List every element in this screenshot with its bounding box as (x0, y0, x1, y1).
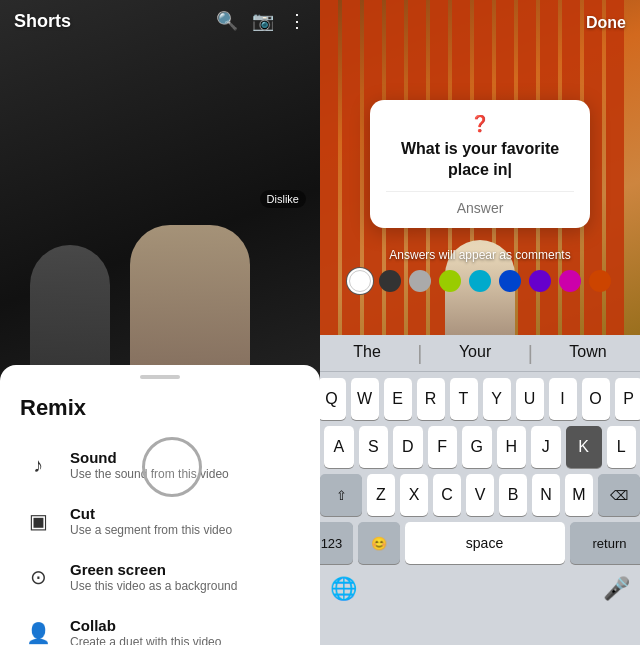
globe-icon[interactable]: 🌐 (330, 576, 357, 602)
key-f[interactable]: F (428, 426, 458, 468)
cut-icon: ▣ (20, 503, 56, 539)
key-v[interactable]: V (466, 474, 494, 516)
menu-item-greenscreen[interactable]: ⊙ Green screen Use this video as a backg… (0, 549, 320, 605)
key-e[interactable]: E (384, 378, 412, 420)
key-d[interactable]: D (393, 426, 423, 468)
left-panel: Shorts 🔍 📷 ⋮ Dislike Remix ♪ Sound Use t… (0, 0, 320, 645)
color-dot-3[interactable] (439, 270, 461, 292)
collab-sublabel: Create a duet with this video (70, 635, 221, 645)
color-dot-7[interactable] (559, 270, 581, 292)
cut-sublabel: Use a segment from this video (70, 523, 232, 537)
key-w[interactable]: W (351, 378, 379, 420)
key-k[interactable]: K (566, 426, 602, 468)
key-row-2: A S D F G H J K L (324, 426, 636, 468)
key-m[interactable]: M (565, 474, 593, 516)
drag-handle-circle[interactable] (142, 437, 202, 497)
key-i[interactable]: I (549, 378, 577, 420)
key-s[interactable]: S (359, 426, 389, 468)
numbers-key[interactable]: 123 (320, 522, 353, 564)
collab-text-group: Collab Create a duet with this video (70, 617, 221, 645)
more-icon[interactable]: ⋮ (288, 10, 306, 32)
color-picker-row (349, 270, 611, 292)
search-icon[interactable]: 🔍 (216, 10, 238, 32)
keyboard-area: The | Your | Town Q W E R T Y U I O P A (320, 335, 640, 645)
torii-gate-1 (320, 0, 338, 380)
sheet-handle (140, 375, 180, 379)
question-icon: ❓ (386, 114, 574, 133)
sheet-title: Remix (0, 395, 320, 437)
color-dot-0[interactable] (349, 270, 371, 292)
cut-text-group: Cut Use a segment from this video (70, 505, 232, 537)
question-text: What is your favorite place in| (386, 139, 574, 181)
greenscreen-text-group: Green screen Use this video as a backgro… (70, 561, 237, 593)
color-dot-6[interactable] (529, 270, 551, 292)
cut-label: Cut (70, 505, 232, 522)
backspace-key[interactable]: ⌫ (598, 474, 640, 516)
key-n[interactable]: N (532, 474, 560, 516)
right-panel: Done ❓ What is your favorite place in| A… (320, 0, 640, 645)
done-button[interactable]: Done (586, 14, 626, 32)
menu-item-collab[interactable]: 👤 Collab Create a duet with this video (0, 605, 320, 645)
color-dot-4[interactable] (469, 270, 491, 292)
key-g[interactable]: G (462, 426, 492, 468)
key-row-3: ⇧ Z X C V B N M ⌫ (324, 474, 636, 516)
key-b[interactable]: B (499, 474, 527, 516)
menu-item-cut[interactable]: ▣ Cut Use a segment from this video (0, 493, 320, 549)
autocomplete-your[interactable]: Your (449, 343, 501, 363)
color-dot-5[interactable] (499, 270, 521, 292)
divider-1: | (417, 343, 422, 363)
question-card: ❓ What is your favorite place in| (370, 100, 590, 228)
torii-gate-2 (342, 0, 360, 380)
return-key[interactable]: return (570, 522, 641, 564)
collab-label: Collab (70, 617, 221, 634)
key-row-4: 123 😊 space return (324, 522, 636, 564)
autocomplete-row: The | Your | Town (320, 335, 640, 372)
greenscreen-label: Green screen (70, 561, 237, 578)
key-z[interactable]: Z (367, 474, 395, 516)
key-x[interactable]: X (400, 474, 428, 516)
key-r[interactable]: R (417, 378, 445, 420)
key-y[interactable]: Y (483, 378, 511, 420)
answers-note: Answers will appear as comments (389, 248, 570, 262)
greenscreen-icon: ⊙ (20, 559, 56, 595)
autocomplete-town[interactable]: Town (559, 343, 616, 363)
key-l[interactable]: L (607, 426, 637, 468)
key-j[interactable]: J (531, 426, 561, 468)
color-dot-1[interactable] (379, 270, 401, 292)
collab-icon: 👤 (20, 615, 56, 645)
key-q[interactable]: Q (320, 378, 346, 420)
header-icons: 🔍 📷 ⋮ (216, 10, 306, 32)
color-dot-2[interactable] (409, 270, 431, 292)
key-h[interactable]: H (497, 426, 527, 468)
dislike-badge: Dislike (260, 190, 306, 208)
key-u[interactable]: U (516, 378, 544, 420)
emoji-key[interactable]: 😊 (358, 522, 400, 564)
remix-sheet: Remix ♪ Sound Use the sound from this vi… (0, 365, 320, 645)
shift-key[interactable]: ⇧ (320, 474, 362, 516)
sound-icon: ♪ (20, 447, 56, 483)
greenscreen-sublabel: Use this video as a background (70, 579, 237, 593)
key-p[interactable]: P (615, 378, 641, 420)
key-o[interactable]: O (582, 378, 610, 420)
color-dot-8[interactable] (589, 270, 611, 292)
autocomplete-the[interactable]: The (343, 343, 391, 363)
shorts-title: Shorts (14, 11, 71, 32)
mic-icon[interactable]: 🎤 (603, 576, 630, 602)
space-key[interactable]: space (405, 522, 565, 564)
key-a[interactable]: A (324, 426, 354, 468)
header-left: Shorts 🔍 📷 ⋮ (0, 0, 320, 42)
camera-icon[interactable]: 📷 (252, 10, 274, 32)
keyboard-bottom-bar: 🌐 🎤 (320, 574, 640, 604)
torii-gate-14 (606, 0, 624, 380)
key-rows: Q W E R T Y U I O P A S D F G H J K (320, 372, 640, 574)
answer-input[interactable] (386, 191, 574, 218)
key-c[interactable]: C (433, 474, 461, 516)
key-t[interactable]: T (450, 378, 478, 420)
key-row-1: Q W E R T Y U I O P (324, 378, 636, 420)
divider-2: | (528, 343, 533, 363)
